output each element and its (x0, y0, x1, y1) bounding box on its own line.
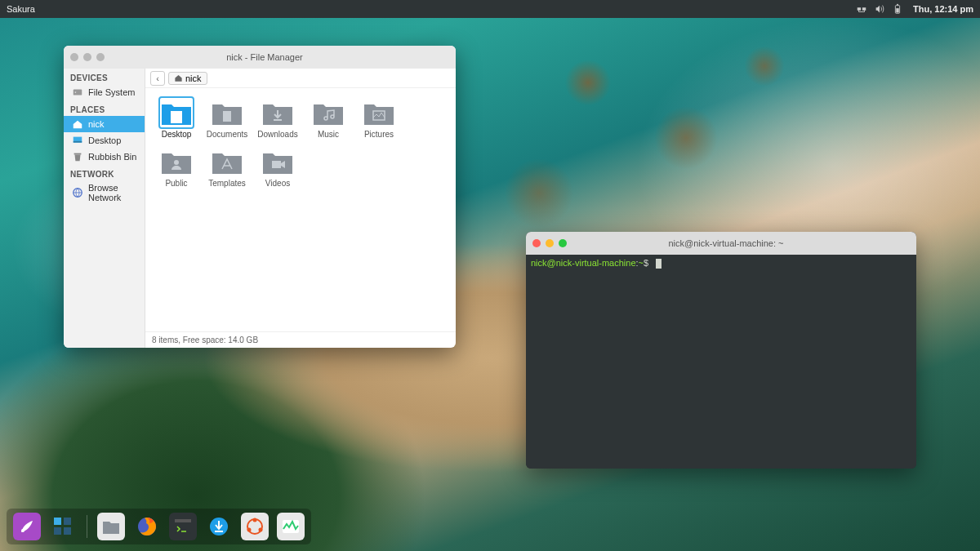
sidebar-item-label: Desktop (88, 136, 121, 145)
dock-firefox[interactable] (133, 513, 161, 540)
svg-rect-3 (896, 8, 899, 12)
maximize-button[interactable] (96, 53, 105, 61)
top-panel: Sakura Thu, 12:14 pm (0, 0, 980, 18)
breadcrumb-home[interactable]: nick (168, 72, 207, 85)
folder-icon (363, 98, 395, 127)
sidebar-item-home[interactable]: nick (64, 116, 145, 132)
window-title: nick - File Manager (113, 52, 449, 62)
folder-label: Documents (207, 130, 248, 139)
window-controls (70, 53, 105, 61)
folder-templates[interactable]: Templates (203, 145, 252, 189)
svg-point-27 (253, 518, 257, 522)
home-icon (174, 73, 183, 82)
svg-rect-18 (54, 518, 61, 525)
prompt-user: nick@nick-virtual-machine (531, 258, 636, 268)
sidebar-item-label: File System (88, 87, 135, 97)
file-manager-titlebar[interactable]: nick - File Manager (64, 46, 456, 69)
svg-rect-20 (54, 527, 61, 535)
svg-rect-4 (897, 4, 898, 6)
minimize-button[interactable] (83, 53, 91, 61)
folder-icon (261, 98, 294, 127)
dock-files[interactable] (97, 513, 125, 540)
window-controls (532, 239, 567, 247)
folder-label: Music (318, 130, 339, 139)
folder-icon (160, 98, 193, 127)
svg-rect-8 (74, 141, 82, 143)
prompt-char: $ (644, 258, 648, 268)
dock-terminal[interactable] (169, 513, 197, 540)
home-icon (72, 118, 83, 130)
sidebar-header-places: PLACES (64, 100, 145, 116)
folder-pictures[interactable]: Pictures (354, 96, 403, 140)
terminal-cursor (656, 259, 662, 269)
folder-downloads[interactable]: Downloads (253, 96, 302, 140)
app-menu[interactable]: Sakura (7, 4, 35, 14)
dock-workspaces[interactable] (49, 513, 77, 540)
sidebar-item-label: Browse Network (88, 183, 138, 202)
back-button[interactable]: ‹ (150, 71, 165, 86)
svg-point-29 (259, 528, 263, 532)
trash-icon (72, 151, 83, 162)
sidebar-item-network[interactable]: Browse Network (64, 180, 145, 205)
folder-desktop[interactable]: Desktop (152, 96, 201, 140)
window-title: nick@nick-virtual-machine: ~ (575, 238, 910, 248)
maximize-button[interactable] (559, 239, 567, 247)
close-button[interactable] (70, 53, 78, 61)
sidebar-item-label: Rubbish Bin (88, 152, 136, 162)
dock-software[interactable] (241, 513, 269, 540)
system-tray: Thu, 12:14 pm (856, 3, 973, 15)
dock (7, 509, 311, 544)
folder-icon (211, 147, 243, 176)
folder-videos[interactable]: Videos (253, 145, 302, 189)
svg-rect-13 (223, 111, 231, 122)
breadcrumb-label: nick (185, 73, 202, 83)
folder-documents[interactable]: Documents (203, 96, 252, 140)
terminal-body[interactable]: nick@nick-virtual-machine:~$ (526, 255, 916, 469)
svg-rect-0 (858, 7, 861, 11)
icon-grid: Desktop Documents Downloads Music Pictur… (145, 88, 456, 331)
dock-monitor[interactable] (277, 513, 305, 540)
path-bar: ‹ nick (145, 69, 456, 88)
svg-rect-24 (175, 519, 191, 522)
battery-icon[interactable] (892, 3, 903, 15)
svg-rect-12 (171, 109, 182, 111)
folder-icon (312, 98, 345, 127)
desktop-icon (72, 135, 83, 146)
minimize-button[interactable] (546, 239, 554, 247)
folder-label: Public (165, 179, 187, 188)
folder-label: Templates (208, 179, 246, 188)
terminal-window: nick@nick-virtual-machine: ~ nick@nick-v… (526, 232, 916, 469)
svg-rect-21 (64, 527, 71, 535)
folder-music[interactable]: Music (304, 96, 353, 140)
svg-point-28 (247, 528, 252, 532)
sidebar-item-desktop[interactable]: Desktop (64, 132, 145, 149)
svg-point-6 (75, 91, 77, 93)
svg-point-15 (174, 160, 179, 165)
sidebar-item-trash[interactable]: Rubbish Bin (64, 149, 145, 165)
sidebar-item-filesystem[interactable]: File System (64, 84, 145, 100)
sidebar-item-label: nick (88, 119, 105, 129)
folder-label: Videos (265, 179, 290, 188)
sidebar-header-network: NETWORK (64, 165, 145, 180)
file-manager-sidebar: DEVICES File System PLACES nick Desktop … (64, 69, 145, 348)
clock[interactable]: Thu, 12:14 pm (913, 4, 973, 14)
terminal-titlebar[interactable]: nick@nick-virtual-machine: ~ (526, 232, 916, 255)
svg-rect-19 (64, 518, 71, 525)
svg-rect-5 (74, 90, 82, 96)
close-button[interactable] (532, 239, 541, 247)
volume-icon[interactable] (874, 3, 885, 15)
folder-label: Desktop (162, 130, 192, 139)
svg-rect-1 (862, 7, 866, 11)
drive-icon (72, 87, 83, 98)
svg-rect-16 (272, 161, 281, 168)
network-icon[interactable] (856, 3, 867, 15)
folder-icon (160, 147, 193, 176)
dock-downloads[interactable] (205, 513, 233, 540)
status-bar: 8 items, Free space: 14.0 GB (145, 331, 456, 348)
dock-launcher[interactable] (13, 513, 41, 540)
svg-rect-9 (74, 153, 82, 155)
folder-label: Pictures (364, 130, 394, 139)
dock-separator (87, 515, 87, 538)
file-manager-main: ‹ nick Desktop Documents Downloads (145, 69, 456, 348)
folder-public[interactable]: Public (152, 145, 201, 189)
